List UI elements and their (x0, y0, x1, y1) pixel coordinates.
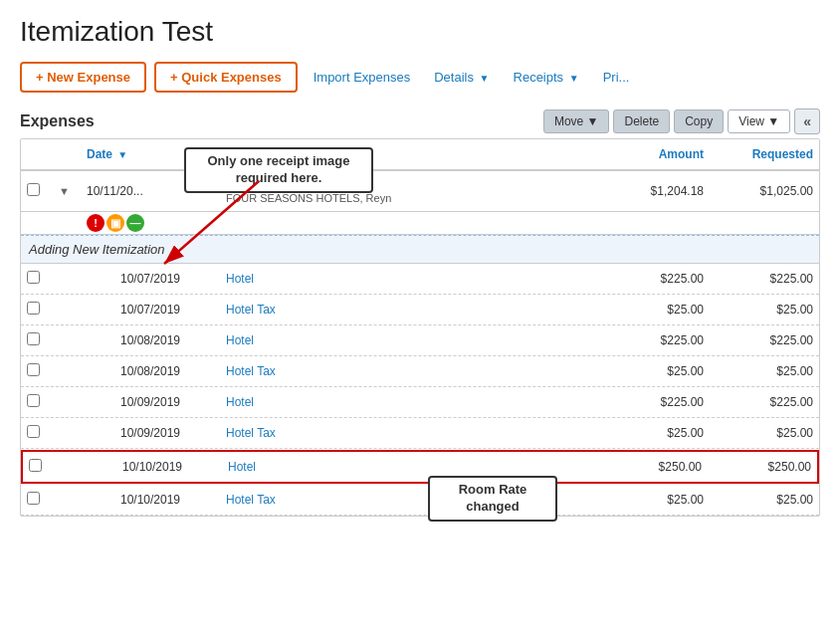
row-checkbox-cell[interactable] (21, 298, 53, 321)
parent-expense-row: ▼ 10/11/20... Hotel FOUR SEASONS HOTELS,… (21, 171, 819, 212)
parent-requested: $1,025.00 (710, 180, 819, 202)
expand-chevron-icon[interactable]: ▼ (59, 185, 70, 197)
row-type: Hotel (220, 268, 590, 290)
row-date: 10/07/2019 (81, 299, 220, 320)
expenses-section: Expenses Move ▼ Delete Copy View ▼ « (20, 108, 820, 517)
expenses-label: Expenses (20, 112, 95, 130)
row-type: Hotel (220, 391, 590, 413)
row-amount: $25.00 (590, 299, 710, 320)
header-amount: Amount (590, 143, 710, 165)
header-checkbox-col (21, 143, 53, 165)
row-checkbox-cell[interactable] (21, 328, 53, 352)
parent-checkbox[interactable] (27, 183, 40, 196)
action-buttons: Move ▼ Delete Copy View ▼ « (543, 108, 820, 134)
row-date: 10/10/2019 (83, 456, 222, 478)
row-amount: $25.00 (590, 422, 710, 444)
row-amount: $225.00 (590, 391, 710, 413)
details-arrow-icon: ▼ (480, 73, 490, 84)
header-expense-type: Expense Type (220, 143, 590, 165)
receipts-button[interactable]: Receipts ▼ (506, 64, 587, 91)
delete-button[interactable]: Delete (613, 109, 670, 133)
row-requested: $25.00 (710, 299, 819, 320)
row-checkbox[interactable] (29, 459, 42, 472)
row-expand-cell (53, 367, 81, 375)
header-date[interactable]: Date ▼ (81, 143, 220, 165)
import-expenses-button[interactable]: Import Expenses (306, 64, 419, 91)
row-amount: $25.00 (590, 489, 710, 511)
row-checkbox-cell[interactable] (23, 455, 55, 479)
header-requested: Requested (710, 143, 819, 165)
parent-amount: $1,204.18 (590, 180, 710, 202)
row-checkbox[interactable] (27, 394, 40, 407)
row-expand-cell (53, 306, 81, 314)
move-arrow-icon: ▼ (587, 114, 599, 128)
print-button[interactable]: Pri... (595, 64, 638, 91)
row-requested: $25.00 (710, 360, 819, 382)
row-checkbox[interactable] (27, 302, 40, 315)
table-rows-container: 10/07/2019 Hotel $225.00 $225.00 10/07/2… (21, 264, 819, 516)
parent-date: 10/11/20... (81, 180, 220, 202)
view-button[interactable]: View ▼ (728, 109, 790, 133)
row-date: 10/09/2019 (81, 422, 220, 444)
itemization-label-row: Adding New Itemization (21, 235, 819, 264)
row-date: 10/10/2019 (81, 489, 220, 511)
row-checkbox[interactable] (27, 363, 40, 376)
row-requested: $225.00 (710, 329, 819, 351)
row-date: 10/07/2019 (81, 268, 220, 290)
row-checkbox[interactable] (27, 271, 40, 284)
row-expand-cell (53, 275, 81, 283)
warning-icon: ▣ (106, 214, 124, 232)
row-checkbox-cell[interactable] (21, 359, 53, 383)
row-expand-cell (53, 496, 81, 504)
page-title: Itemization Test (20, 16, 820, 48)
row-requested: $25.00 (710, 489, 819, 511)
table-row: 10/09/2019 Hotel Tax $25.00 $25.00 (21, 418, 819, 449)
copy-button[interactable]: Copy (674, 109, 724, 133)
details-button[interactable]: Details ▼ (426, 64, 497, 91)
error-icon: ! (87, 214, 105, 232)
itemization-label: Adding New Itemization (29, 242, 165, 257)
row-expand-cell (53, 398, 81, 406)
table-row-highlighted: 10/10/2019 Hotel $250.00 $250.00 (21, 450, 819, 484)
table-row: 10/08/2019 Hotel Tax $25.00 $25.00 (21, 356, 819, 387)
row-expand-cell (53, 429, 81, 437)
parent-checkbox-cell[interactable] (21, 179, 53, 203)
row-amount: $225.00 (590, 268, 710, 290)
collapse-button[interactable]: « (794, 108, 820, 134)
row-date: 10/08/2019 (81, 360, 220, 382)
icons-row: ! ▣ — (21, 212, 819, 235)
table-row: 10/08/2019 Hotel $225.00 $225.00 (21, 325, 819, 356)
parent-type-label: Hotel (226, 178, 584, 192)
row-checkbox[interactable] (27, 425, 40, 438)
row-checkbox-cell[interactable] (21, 390, 53, 414)
quick-expenses-button[interactable]: + Quick Expenses (154, 62, 298, 93)
new-expense-button[interactable]: + New Expense (20, 62, 146, 93)
row-checkbox[interactable] (27, 492, 40, 505)
row-expand-cell (55, 463, 83, 471)
parent-expense-type: Hotel FOUR SEASONS HOTELS, Reyn (220, 174, 590, 208)
move-button[interactable]: Move ▼ (543, 109, 610, 133)
row-type: Hotel (222, 456, 588, 478)
table-row: 10/10/2019 Hotel Tax $25.00 $25.00 (21, 485, 819, 516)
table-row: 10/09/2019 Hotel $225.00 $225.00 (21, 387, 819, 418)
row-requested: $25.00 (710, 422, 819, 444)
row-type: Hotel Tax (220, 360, 590, 382)
row-date: 10/08/2019 (81, 329, 220, 351)
row-requested: $225.00 (710, 268, 819, 290)
row-checkbox[interactable] (27, 332, 40, 345)
row-amount: $25.00 (590, 360, 710, 382)
row-requested: $250.00 (708, 456, 817, 478)
toolbar: + New Expense + Quick Expenses Import Ex… (20, 62, 820, 93)
row-type: Hotel Tax (220, 299, 590, 320)
row-amount: $250.00 (588, 456, 708, 478)
row-checkbox-cell[interactable] (21, 267, 53, 291)
row-type: Hotel Tax (220, 489, 590, 511)
row-type: Hotel Tax (220, 422, 590, 444)
receipts-arrow-icon: ▼ (569, 73, 579, 84)
info-icon: — (126, 214, 144, 232)
header-expand-col (53, 143, 81, 165)
date-sort-icon: ▼ (117, 149, 127, 160)
row-checkbox-cell[interactable] (21, 421, 53, 445)
parent-expand-cell[interactable]: ▼ (53, 180, 81, 202)
row-checkbox-cell[interactable] (21, 488, 53, 512)
